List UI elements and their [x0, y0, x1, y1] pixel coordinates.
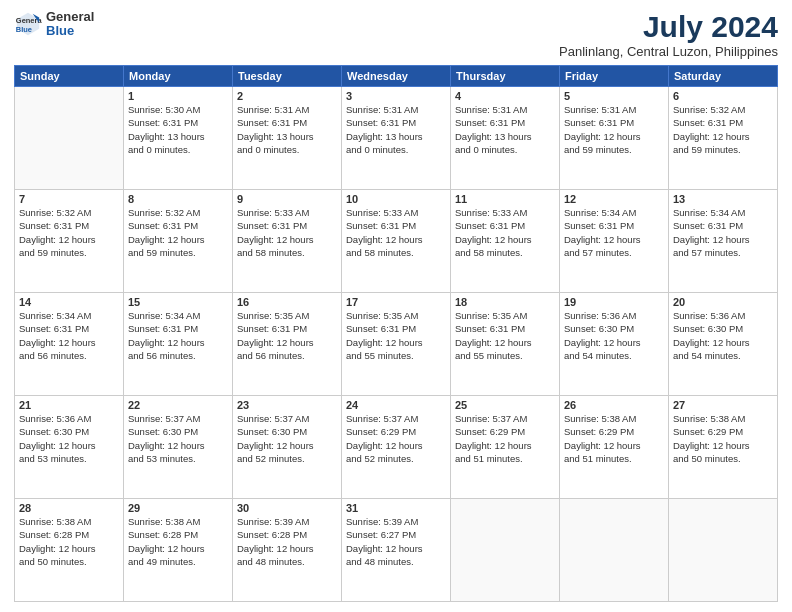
day-number: 27 — [673, 399, 773, 411]
calendar-cell: 1Sunrise: 5:30 AM Sunset: 6:31 PM Daylig… — [124, 87, 233, 190]
day-number: 17 — [346, 296, 446, 308]
day-number: 29 — [128, 502, 228, 514]
day-info: Sunrise: 5:31 AM Sunset: 6:31 PM Dayligh… — [237, 103, 337, 156]
calendar-week-row: 14Sunrise: 5:34 AM Sunset: 6:31 PM Dayli… — [15, 293, 778, 396]
day-info: Sunrise: 5:36 AM Sunset: 6:30 PM Dayligh… — [19, 412, 119, 465]
day-number: 5 — [564, 90, 664, 102]
day-info: Sunrise: 5:34 AM Sunset: 6:31 PM Dayligh… — [673, 206, 773, 259]
day-info: Sunrise: 5:33 AM Sunset: 6:31 PM Dayligh… — [455, 206, 555, 259]
day-number: 14 — [19, 296, 119, 308]
calendar-cell: 6Sunrise: 5:32 AM Sunset: 6:31 PM Daylig… — [669, 87, 778, 190]
day-info: Sunrise: 5:36 AM Sunset: 6:30 PM Dayligh… — [564, 309, 664, 362]
calendar-cell: 21Sunrise: 5:36 AM Sunset: 6:30 PM Dayli… — [15, 396, 124, 499]
calendar-week-row: 1Sunrise: 5:30 AM Sunset: 6:31 PM Daylig… — [15, 87, 778, 190]
calendar-table: SundayMondayTuesdayWednesdayThursdayFrid… — [14, 65, 778, 602]
calendar-cell: 2Sunrise: 5:31 AM Sunset: 6:31 PM Daylig… — [233, 87, 342, 190]
calendar-cell: 4Sunrise: 5:31 AM Sunset: 6:31 PM Daylig… — [451, 87, 560, 190]
calendar-cell: 10Sunrise: 5:33 AM Sunset: 6:31 PM Dayli… — [342, 190, 451, 293]
day-header: Thursday — [451, 66, 560, 87]
day-info: Sunrise: 5:36 AM Sunset: 6:30 PM Dayligh… — [673, 309, 773, 362]
day-info: Sunrise: 5:35 AM Sunset: 6:31 PM Dayligh… — [455, 309, 555, 362]
title-section: July 2024 Panlinlang, Central Luzon, Phi… — [559, 10, 778, 59]
day-header: Sunday — [15, 66, 124, 87]
day-number: 25 — [455, 399, 555, 411]
day-number: 15 — [128, 296, 228, 308]
calendar-cell: 27Sunrise: 5:38 AM Sunset: 6:29 PM Dayli… — [669, 396, 778, 499]
day-number: 21 — [19, 399, 119, 411]
day-header: Friday — [560, 66, 669, 87]
calendar-cell: 30Sunrise: 5:39 AM Sunset: 6:28 PM Dayli… — [233, 499, 342, 602]
calendar-cell: 11Sunrise: 5:33 AM Sunset: 6:31 PM Dayli… — [451, 190, 560, 293]
day-info: Sunrise: 5:33 AM Sunset: 6:31 PM Dayligh… — [346, 206, 446, 259]
calendar-cell: 31Sunrise: 5:39 AM Sunset: 6:27 PM Dayli… — [342, 499, 451, 602]
calendar-cell: 15Sunrise: 5:34 AM Sunset: 6:31 PM Dayli… — [124, 293, 233, 396]
day-info: Sunrise: 5:34 AM Sunset: 6:31 PM Dayligh… — [19, 309, 119, 362]
day-info: Sunrise: 5:39 AM Sunset: 6:27 PM Dayligh… — [346, 515, 446, 568]
day-info: Sunrise: 5:37 AM Sunset: 6:29 PM Dayligh… — [455, 412, 555, 465]
day-info: Sunrise: 5:37 AM Sunset: 6:30 PM Dayligh… — [128, 412, 228, 465]
calendar-cell: 20Sunrise: 5:36 AM Sunset: 6:30 PM Dayli… — [669, 293, 778, 396]
calendar-cell: 25Sunrise: 5:37 AM Sunset: 6:29 PM Dayli… — [451, 396, 560, 499]
day-info: Sunrise: 5:37 AM Sunset: 6:30 PM Dayligh… — [237, 412, 337, 465]
day-number: 8 — [128, 193, 228, 205]
header: General Blue General Blue July 2024 Panl… — [14, 10, 778, 59]
calendar-cell: 24Sunrise: 5:37 AM Sunset: 6:29 PM Dayli… — [342, 396, 451, 499]
day-info: Sunrise: 5:39 AM Sunset: 6:28 PM Dayligh… — [237, 515, 337, 568]
calendar-cell — [669, 499, 778, 602]
calendar-cell: 22Sunrise: 5:37 AM Sunset: 6:30 PM Dayli… — [124, 396, 233, 499]
day-info: Sunrise: 5:32 AM Sunset: 6:31 PM Dayligh… — [673, 103, 773, 156]
svg-text:Blue: Blue — [16, 26, 32, 35]
day-number: 3 — [346, 90, 446, 102]
day-info: Sunrise: 5:34 AM Sunset: 6:31 PM Dayligh… — [128, 309, 228, 362]
day-number: 22 — [128, 399, 228, 411]
calendar-cell: 19Sunrise: 5:36 AM Sunset: 6:30 PM Dayli… — [560, 293, 669, 396]
day-header: Saturday — [669, 66, 778, 87]
calendar-cell: 13Sunrise: 5:34 AM Sunset: 6:31 PM Dayli… — [669, 190, 778, 293]
calendar-week-row: 7Sunrise: 5:32 AM Sunset: 6:31 PM Daylig… — [15, 190, 778, 293]
day-number: 18 — [455, 296, 555, 308]
calendar-cell: 28Sunrise: 5:38 AM Sunset: 6:28 PM Dayli… — [15, 499, 124, 602]
day-number: 10 — [346, 193, 446, 205]
day-info: Sunrise: 5:32 AM Sunset: 6:31 PM Dayligh… — [128, 206, 228, 259]
calendar-cell: 16Sunrise: 5:35 AM Sunset: 6:31 PM Dayli… — [233, 293, 342, 396]
calendar-cell — [560, 499, 669, 602]
day-number: 30 — [237, 502, 337, 514]
calendar-cell: 5Sunrise: 5:31 AM Sunset: 6:31 PM Daylig… — [560, 87, 669, 190]
day-number: 13 — [673, 193, 773, 205]
day-number: 9 — [237, 193, 337, 205]
day-number: 23 — [237, 399, 337, 411]
logo: General Blue General Blue — [14, 10, 94, 39]
day-info: Sunrise: 5:38 AM Sunset: 6:29 PM Dayligh… — [564, 412, 664, 465]
calendar-cell: 29Sunrise: 5:38 AM Sunset: 6:28 PM Dayli… — [124, 499, 233, 602]
day-number: 7 — [19, 193, 119, 205]
day-header: Monday — [124, 66, 233, 87]
calendar-week-row: 21Sunrise: 5:36 AM Sunset: 6:30 PM Dayli… — [15, 396, 778, 499]
day-number: 11 — [455, 193, 555, 205]
day-number: 20 — [673, 296, 773, 308]
day-number: 2 — [237, 90, 337, 102]
day-number: 28 — [19, 502, 119, 514]
day-number: 26 — [564, 399, 664, 411]
logo-general-text: General — [46, 10, 94, 24]
calendar-cell: 14Sunrise: 5:34 AM Sunset: 6:31 PM Dayli… — [15, 293, 124, 396]
day-info: Sunrise: 5:38 AM Sunset: 6:29 PM Dayligh… — [673, 412, 773, 465]
calendar-cell: 18Sunrise: 5:35 AM Sunset: 6:31 PM Dayli… — [451, 293, 560, 396]
day-info: Sunrise: 5:31 AM Sunset: 6:31 PM Dayligh… — [564, 103, 664, 156]
logo-blue-text: Blue — [46, 24, 94, 38]
day-info: Sunrise: 5:35 AM Sunset: 6:31 PM Dayligh… — [346, 309, 446, 362]
day-number: 16 — [237, 296, 337, 308]
day-info: Sunrise: 5:37 AM Sunset: 6:29 PM Dayligh… — [346, 412, 446, 465]
main-title: July 2024 — [559, 10, 778, 44]
calendar-week-row: 28Sunrise: 5:38 AM Sunset: 6:28 PM Dayli… — [15, 499, 778, 602]
day-number: 6 — [673, 90, 773, 102]
day-number: 1 — [128, 90, 228, 102]
day-info: Sunrise: 5:31 AM Sunset: 6:31 PM Dayligh… — [346, 103, 446, 156]
day-number: 24 — [346, 399, 446, 411]
day-info: Sunrise: 5:34 AM Sunset: 6:31 PM Dayligh… — [564, 206, 664, 259]
day-info: Sunrise: 5:38 AM Sunset: 6:28 PM Dayligh… — [19, 515, 119, 568]
calendar-header-row: SundayMondayTuesdayWednesdayThursdayFrid… — [15, 66, 778, 87]
day-number: 19 — [564, 296, 664, 308]
calendar-cell: 9Sunrise: 5:33 AM Sunset: 6:31 PM Daylig… — [233, 190, 342, 293]
calendar-cell — [451, 499, 560, 602]
calendar-cell: 17Sunrise: 5:35 AM Sunset: 6:31 PM Dayli… — [342, 293, 451, 396]
